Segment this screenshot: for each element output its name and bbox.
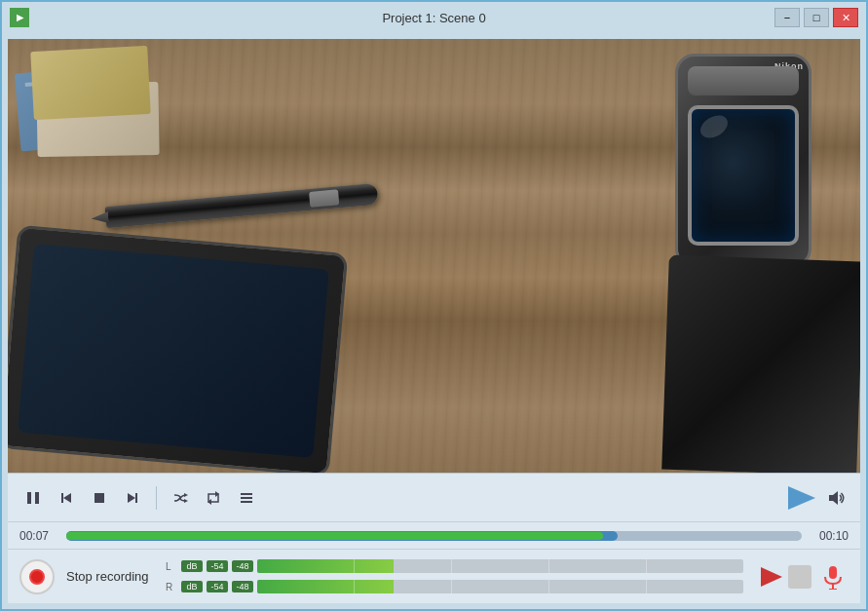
progress-row: 00:07 00:10	[8, 521, 860, 549]
mic-mute-button[interactable]	[788, 565, 811, 589]
playlist-button[interactable]	[233, 484, 260, 512]
current-time: 00:07	[19, 529, 57, 543]
stop-recording-label: Stop recording	[66, 569, 154, 584]
meter-green-L	[257, 559, 394, 573]
stop-button[interactable]	[86, 484, 113, 512]
maximize-button[interactable]: □	[804, 8, 829, 27]
svg-marker-14	[829, 491, 838, 505]
prev-button[interactable]	[53, 484, 80, 512]
pause-button[interactable]	[19, 484, 47, 512]
video-container: Nikon	[8, 39, 860, 473]
svg-rect-13	[241, 501, 252, 503]
lens-main	[688, 105, 799, 246]
minimize-button[interactable]: −	[774, 8, 800, 27]
db-value2-R: -48	[232, 581, 253, 592]
db-value1-L: -54	[207, 560, 228, 572]
content-area: Nikon	[2, 33, 866, 609]
db-label-L: dB	[181, 560, 203, 572]
video-image: Nikon	[8, 39, 860, 473]
book-stack	[18, 49, 173, 175]
progress-played	[66, 532, 603, 540]
loop-button[interactable]	[200, 484, 227, 512]
svg-rect-12	[241, 497, 252, 499]
meter-row-R: R dB -54 -48	[166, 578, 743, 595]
stop-icon	[29, 569, 45, 585]
stop-recording-button[interactable]	[19, 559, 55, 594]
lens-shine	[697, 111, 732, 142]
tablet-screen	[18, 244, 329, 458]
svg-marker-7	[184, 493, 188, 497]
app-icon: ▶	[10, 8, 29, 27]
volume-control	[788, 484, 849, 512]
mic-area	[761, 561, 849, 592]
svg-rect-3	[61, 493, 63, 503]
lens-body: Nikon	[675, 54, 811, 268]
book-2	[30, 46, 150, 120]
meter-bar-L	[257, 559, 743, 573]
channel-R-label: R	[166, 582, 177, 592]
channel-L-label: L	[166, 561, 177, 572]
db-value2-L: -48	[232, 560, 253, 572]
close-button[interactable]: ✕	[833, 8, 858, 27]
svg-rect-4	[94, 493, 104, 503]
lens-ring	[688, 66, 799, 95]
svg-rect-17	[829, 589, 837, 590]
end-time: 00:10	[811, 529, 849, 543]
volume-icon[interactable]	[821, 484, 849, 512]
separator-1	[156, 486, 157, 510]
svg-marker-5	[128, 493, 135, 503]
meter-bar-R	[257, 580, 743, 593]
title-bar: ▶ Project 1: Scene 0 − □ ✕	[2, 2, 866, 33]
shuffle-button[interactable]	[167, 484, 194, 512]
next-frame-button[interactable]	[119, 484, 146, 512]
svg-rect-11	[241, 493, 252, 495]
mic-button[interactable]	[817, 561, 849, 592]
db-value1-R: -54	[207, 581, 228, 592]
svg-marker-8	[184, 499, 188, 503]
svg-rect-1	[35, 492, 39, 504]
svg-marker-2	[63, 493, 71, 503]
bottom-row: Stop recording L dB -54 -48	[8, 549, 860, 603]
svg-rect-16	[832, 584, 834, 589]
svg-rect-15	[829, 566, 837, 579]
volume-triangle	[788, 486, 815, 510]
audio-meters: L dB -54 -48	[166, 557, 743, 595]
meter-row-L: L dB -54 -48	[166, 557, 743, 575]
db-label-R: dB	[181, 581, 203, 592]
window-title: Project 1: Scene 0	[382, 11, 485, 25]
window-controls: − □ ✕	[774, 8, 858, 27]
progress-track[interactable]	[66, 531, 802, 541]
meter-green-R	[257, 580, 394, 593]
title-bar-left: ▶	[10, 8, 29, 27]
svg-rect-0	[27, 492, 31, 504]
mic-volume-triangle	[761, 567, 782, 587]
controls-bar	[8, 473, 860, 521]
black-cover	[661, 255, 860, 473]
main-window: ▶ Project 1: Scene 0 − □ ✕	[0, 0, 868, 611]
tablet	[8, 225, 348, 473]
svg-rect-6	[135, 493, 137, 503]
